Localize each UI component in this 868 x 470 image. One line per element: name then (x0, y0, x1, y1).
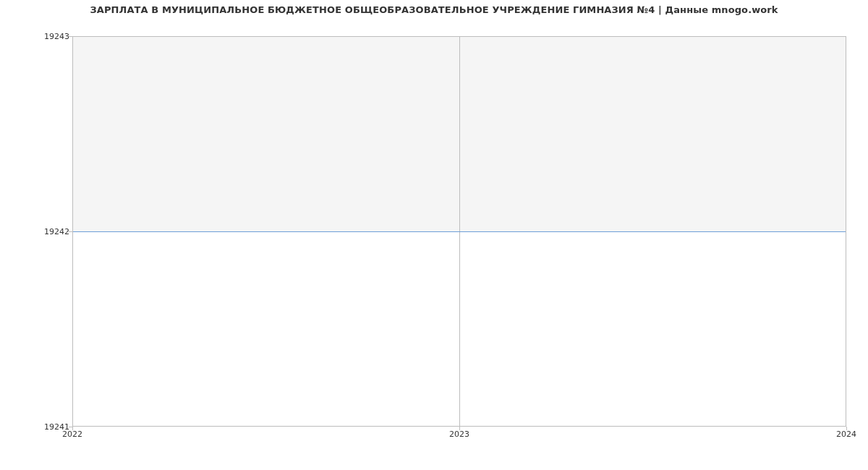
y-tick-label-top: 19243 (4, 32, 69, 41)
chart-title: ЗАРПЛАТА В МУНИЦИПАЛЬНОЕ БЮДЖЕТНОЕ ОБЩЕО… (0, 4, 868, 15)
x-tick-label-2022: 2022 (62, 430, 82, 439)
salary-line-chart: ЗАРПЛАТА В МУНИЦИПАЛЬНОЕ БЮДЖЕТНОЕ ОБЩЕО… (0, 0, 868, 470)
series-line-salary (73, 231, 846, 232)
x-tick-label-2024: 2024 (836, 430, 856, 439)
y-tick-label-mid: 19242 (4, 227, 69, 236)
plot-area (72, 36, 846, 427)
x-tick-label-2023: 2023 (449, 430, 469, 439)
y-tick-label-bottom: 19241 (4, 422, 69, 432)
